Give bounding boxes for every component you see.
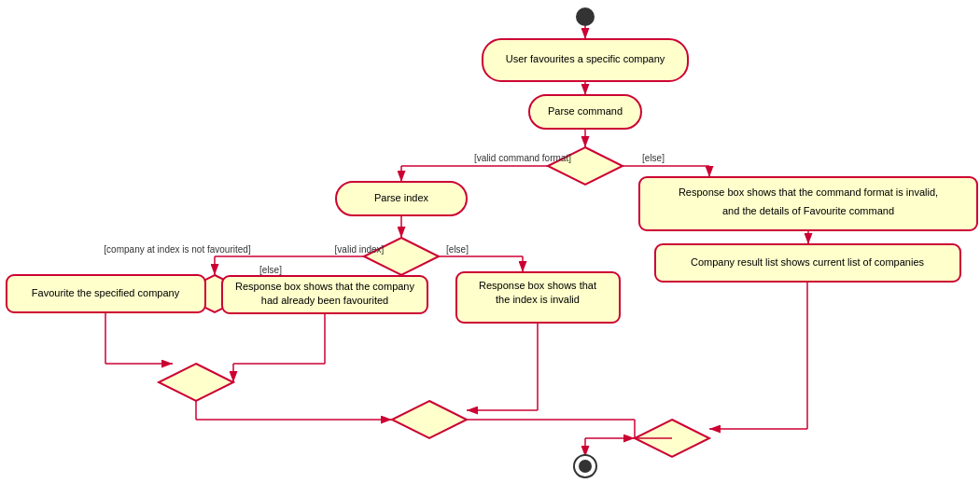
activity-diagram: User favourites a specific company Parse… xyxy=(0,0,980,483)
label-valid-index: [valid index] xyxy=(335,244,385,255)
node-diamond4 xyxy=(159,364,233,401)
label-favourite: Favourite the specified company xyxy=(32,287,180,298)
label-invalid-format-1: Response box shows that the command form… xyxy=(679,186,938,198)
label-action1: User favourites a specific company xyxy=(506,53,665,64)
label-action3: Parse index xyxy=(374,192,429,203)
label-company-list: Company result list shows current list o… xyxy=(691,256,925,268)
label-else3: [else] xyxy=(259,265,282,275)
label-not-favourited: [company at index is not favourited] xyxy=(104,244,251,255)
label-invalid-format-2: and the details of Favourite command xyxy=(722,205,894,216)
label-invalid-index-1: Response box shows that xyxy=(479,280,596,291)
label-else2: [else] xyxy=(446,244,469,255)
end-inner xyxy=(579,460,592,473)
label-else1: [else] xyxy=(642,153,665,163)
label-already-1: Response box shows that the company xyxy=(235,281,415,292)
label-valid-command: [valid command format] xyxy=(474,153,571,163)
label-action2: Parse command xyxy=(548,105,623,117)
start-node xyxy=(576,7,595,26)
node-diamond5 xyxy=(392,401,467,438)
node-invalid-format xyxy=(639,177,977,230)
label-invalid-index-2: the index is invalid xyxy=(496,294,580,305)
label-already-2: had already been favourited xyxy=(261,295,388,306)
